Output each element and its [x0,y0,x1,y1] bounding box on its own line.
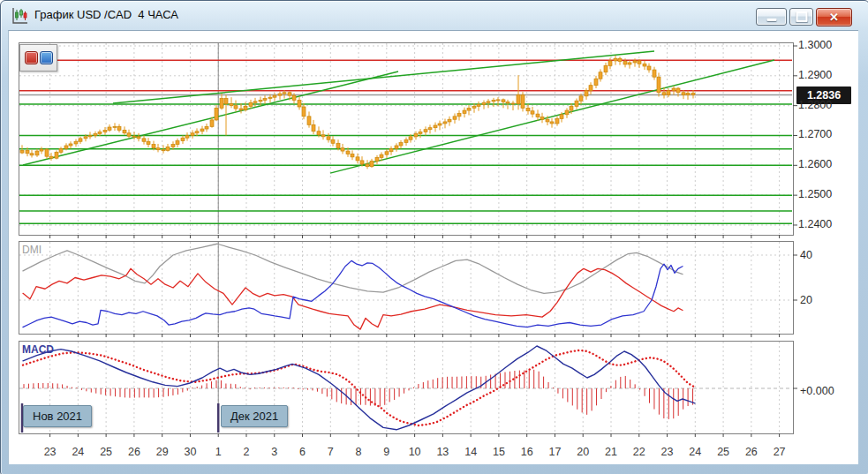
date-tick-label: 17 [543,446,566,458]
close-icon: ✕ [817,11,851,24]
close-button[interactable]: ✕ [816,8,852,26]
date-tick-label: 21 [600,446,623,458]
date-tick-label: 24 [66,446,89,458]
red-series-button[interactable] [25,51,38,64]
price-tick-label: 1.2700 [798,128,832,140]
month-badge-nov: Нов 2021 [23,405,92,427]
date-tick-label: 14 [459,446,482,458]
date-tick-label: 13 [431,446,454,458]
date-tick-label: 29 [151,446,174,458]
dmi-plot-area[interactable] [19,241,793,334]
date-tick-label: 22 [628,446,651,458]
price-tick-label: 1.2400 [798,218,832,230]
date-tick-label: 6 [291,446,314,458]
date-tick-label: 20 [571,446,594,458]
date-tick-label: 27 [768,446,791,458]
date-tick-label: 23 [656,446,679,458]
date-tick-label: 25 [94,446,117,458]
price-chart-plot-area[interactable] [19,42,793,235]
date-tick-label: 7 [319,446,342,458]
window-titlebar[interactable]: График USD /CAD 4 ЧАСА ✕ [1,1,868,30]
date-tick-label: 16 [516,446,539,458]
dmi-panel-label: DMI [22,244,42,256]
minimize-icon [766,19,776,21]
dmi-axis-label-20: 20 [800,294,812,306]
date-tick-label: 10 [404,446,426,458]
candlestick-chart-icon [11,7,29,25]
date-tick-label: 30 [178,446,201,458]
date-tick-label: 26 [740,446,763,458]
macd-zero-axis-label: +0.000 [800,385,834,397]
date-tick-label: 9 [375,446,398,458]
date-tick-label: 26 [123,446,146,458]
maximize-icon [796,11,807,22]
month-badge-dec: Дек 2021 [221,405,288,427]
window-title: График USD /CAD 4 ЧАСА [34,8,178,21]
minimize-button[interactable] [756,8,787,26]
macd-plot-area[interactable] [19,341,793,433]
date-tick-label: 8 [347,446,370,458]
price-tick-label: 1.2900 [798,69,832,81]
macd-panel-label: MACD [22,343,54,356]
chart-window: График USD /CAD 4 ЧАСА ✕ DMI MACD 1.2836… [0,0,868,474]
date-tick-label: 2 [235,446,258,458]
price-tick-label: 1.2600 [798,158,832,170]
blue-series-button[interactable] [40,51,53,64]
date-tick-label: 15 [487,446,510,458]
date-tick-label: 3 [263,446,286,458]
series-legend-toolbar [19,44,57,71]
price-tick-label: 1.2800 [798,99,832,111]
maximize-button[interactable] [789,8,813,26]
price-tick-label: 1.2500 [798,188,832,200]
date-tick-label: 25 [712,446,735,458]
date-tick-label: 1 [207,446,230,458]
price-tick-label: 1.3000 [798,39,832,51]
date-tick-label: 24 [683,446,706,458]
date-tick-label: 23 [39,446,62,458]
dmi-axis-label-40: 40 [800,249,812,261]
